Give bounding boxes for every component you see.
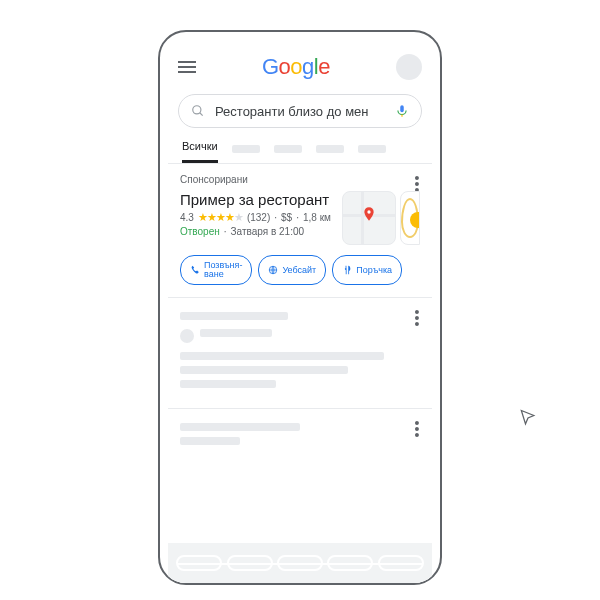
google-logo: Google xyxy=(262,54,330,80)
phone-frame: Google Всички Спонсорирани ••• Пример за… xyxy=(158,30,442,585)
more-icon[interactable]: ••• xyxy=(410,419,424,439)
menu-icon[interactable] xyxy=(178,58,196,76)
price-level: $$ xyxy=(281,212,292,223)
map-pin-icon xyxy=(361,206,377,226)
more-icon[interactable]: ••• xyxy=(410,308,424,328)
tab-placeholder[interactable] xyxy=(358,145,386,153)
nav-item[interactable] xyxy=(227,555,273,571)
nav-item[interactable] xyxy=(378,555,424,571)
header: Google xyxy=(168,40,432,88)
bottom-nav xyxy=(168,543,432,583)
result-placeholder: ••• xyxy=(168,409,432,465)
nav-item[interactable] xyxy=(327,555,373,571)
search-bar[interactable] xyxy=(178,94,422,128)
photo-thumbnail[interactable] xyxy=(400,191,420,245)
call-button[interactable]: Позвъня- ване xyxy=(180,255,252,285)
sponsored-label: Спонсорирани xyxy=(180,174,420,185)
cursor-icon xyxy=(518,408,538,428)
business-title[interactable]: Пример за ресторант xyxy=(180,191,334,208)
tab-placeholder[interactable] xyxy=(274,145,302,153)
svg-point-4 xyxy=(367,210,370,213)
search-tabs: Всички xyxy=(168,134,432,164)
map-thumbnail[interactable] xyxy=(342,191,396,245)
svg-line-1 xyxy=(200,113,203,116)
distance: 1,8 км xyxy=(303,212,331,223)
open-status: Отворен xyxy=(180,226,220,237)
tab-placeholder[interactable] xyxy=(316,145,344,153)
thumbnails xyxy=(342,191,420,245)
fork-knife-icon xyxy=(342,265,352,275)
avatar[interactable] xyxy=(396,54,422,80)
mic-icon[interactable] xyxy=(395,104,409,118)
svg-point-0 xyxy=(193,106,201,114)
result-card: Спонсорирани ••• Пример за ресторант 4.3… xyxy=(168,164,432,298)
action-chips: Позвъня- ване Уебсайт Поръчка xyxy=(180,255,420,285)
svg-rect-2 xyxy=(400,105,404,112)
result-placeholder: ••• xyxy=(168,298,432,409)
rating-value: 4.3 xyxy=(180,212,194,223)
globe-icon xyxy=(268,265,278,275)
rating-row: 4.3 ★★★★★ (132) · $$ · 1,8 км xyxy=(180,211,334,224)
hours-row: Отворен · Затваря в 21:00 xyxy=(180,226,334,237)
nav-item[interactable] xyxy=(277,555,323,571)
search-input[interactable] xyxy=(215,104,385,119)
order-button[interactable]: Поръчка xyxy=(332,255,402,285)
review-count: (132) xyxy=(247,212,270,223)
nav-item[interactable] xyxy=(176,555,222,571)
website-button[interactable]: Уебсайт xyxy=(258,255,326,285)
phone-icon xyxy=(190,265,200,275)
star-icons: ★★★★★ xyxy=(198,211,243,224)
closing-time: Затваря в 21:00 xyxy=(231,226,304,237)
screen: Google Всички Спонсорирани ••• Пример за… xyxy=(168,40,432,583)
tab-placeholder[interactable] xyxy=(232,145,260,153)
search-icon xyxy=(191,104,205,118)
tab-all[interactable]: Всички xyxy=(182,140,218,163)
